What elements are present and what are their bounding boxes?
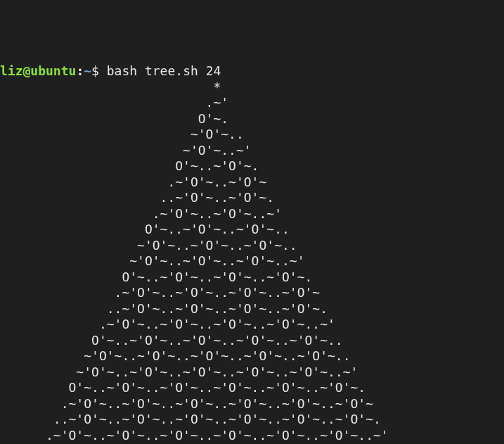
tree-line: O'~..~'O'~. xyxy=(0,158,259,173)
prompt-path: ~ xyxy=(84,63,91,78)
tree-line: .~'O'~..~'O'~..~'O'~..~'O'~..~' xyxy=(0,317,335,331)
tree-line: ~'O'~..~'O'~..~'O'~.. xyxy=(0,238,297,253)
tree-line: ~'O'~.. xyxy=(0,127,244,141)
tree-line: .~'O'~..~'O'~ xyxy=(0,175,266,189)
tree-line: .~' xyxy=(0,95,228,110)
tree-line: O'~..~'O'~..~'O'~..~'O'~..~'O'~.. xyxy=(0,333,343,348)
tree-line: .~'O'~..~'O'~..~'O'~..~'O'~ xyxy=(0,285,320,300)
prompt-dollar: $ xyxy=(91,63,107,78)
tree-line: ~'O'~..~'O'~..~'O'~..~'O'~..~'O'~.. xyxy=(0,348,351,363)
tree-line: .~'O'~..~'O'~..~' xyxy=(0,206,282,221)
prompt-user: liz xyxy=(0,63,23,78)
tree-line: ~'O'~..~'O'~..~'O'~..~'O'~..~'O'~..~' xyxy=(0,364,358,379)
tree-line: ..~'O'~..~'O'~. xyxy=(0,190,274,205)
prompt-host: ubuntu xyxy=(30,63,76,78)
prompt-at: @ xyxy=(23,63,31,78)
command-text: bash tree.sh 24 xyxy=(107,63,221,78)
prompt-colon: : xyxy=(76,63,84,78)
tree-line: ~'O'~..~'O'~..~'O'~..~' xyxy=(0,253,304,268)
tree-line: O'~..~'O'~..~'O'~.. xyxy=(0,222,290,236)
tree-line: ~'O'~..~' xyxy=(0,143,252,158)
tree-line: .~'O'~..~'O'~..~'O'~..~'O'~..~'O'~..~'O'… xyxy=(0,396,373,411)
terminal-output[interactable]: liz@ubuntu:~$ bash tree.sh 24 * .~' O'~.… xyxy=(0,63,504,444)
tree-line: O'~..~'O'~..~'O'~..~'O'~..~'O'~..~'O'~. xyxy=(0,380,366,395)
tree-line: ..~'O'~..~'O'~..~'O'~..~'O'~..~'O'~..~'O… xyxy=(0,412,381,426)
tree-line: ..~'O'~..~'O'~..~'O'~..~'O'~. xyxy=(0,301,328,316)
tree-line: * xyxy=(0,80,221,94)
tree-line: .~'O'~..~'O'~..~'O'~..~'O'~..~'O'~..~'O'… xyxy=(0,428,389,443)
tree-line: O'~. xyxy=(0,111,228,126)
tree-line: O'~..~'O'~..~'O'~..~'O'~. xyxy=(0,269,312,284)
